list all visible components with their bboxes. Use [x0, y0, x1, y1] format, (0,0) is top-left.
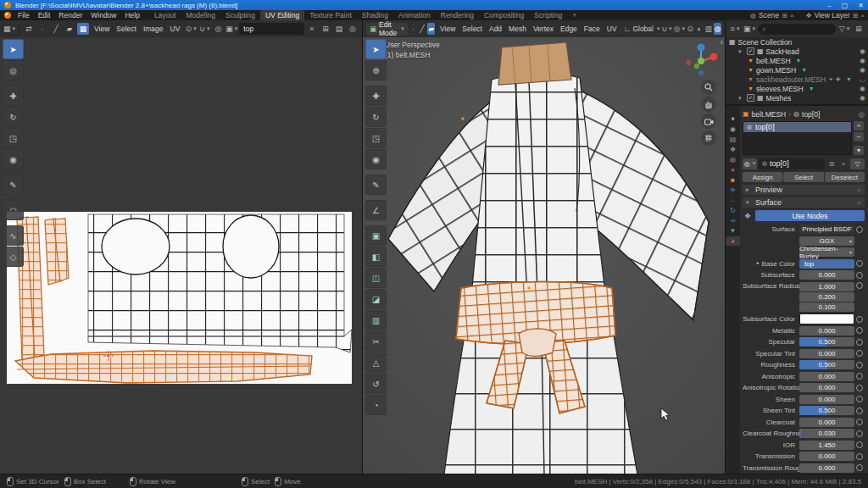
viewport-menu-add[interactable]: Add [486, 25, 505, 33]
outliner-item-sleeves-mesh[interactable]: ▼sleeves.MESH▼◉ [726, 84, 868, 93]
tool-pinch[interactable]: ◇ [3, 247, 24, 267]
workspace-tab-sculpting[interactable]: Sculpting [220, 10, 260, 20]
decorator-dot-icon[interactable] [856, 385, 863, 391]
material-filter-button[interactable]: ▽ [850, 158, 865, 169]
prop-color-swatch[interactable] [799, 313, 854, 324]
tool-transform[interactable]: ◉ [365, 149, 387, 169]
workspace-tab-compositing[interactable]: Compositing [479, 10, 529, 20]
prop-widget[interactable]: top [799, 259, 854, 269]
viewport-menu-select[interactable]: Select [459, 25, 486, 33]
add-workspace-tab[interactable]: + [567, 10, 581, 20]
decorator-dot-icon[interactable] [856, 327, 863, 334]
visibility-eye-icon[interactable]: ◉ [860, 94, 865, 102]
menu-window[interactable]: Window [86, 11, 120, 19]
viewport-menu-view[interactable]: View [437, 25, 459, 33]
prop-field[interactable]: 0.100 [799, 302, 854, 312]
tool-rotate[interactable]: ↻ [365, 107, 387, 127]
tool-annotate[interactable]: ✎ [365, 175, 387, 195]
decorator-dot-icon[interactable] [856, 339, 863, 346]
decorator-dot-icon[interactable] [856, 282, 863, 289]
orientation-dropdown[interactable]: Global [632, 25, 654, 33]
workspace-tab-texture-paint[interactable]: Texture Paint [304, 10, 357, 20]
select-button[interactable]: Select [783, 172, 823, 182]
workspace-tab-rendering[interactable]: Rendering [436, 10, 479, 20]
decorator-dot-icon[interactable] [856, 396, 863, 402]
decorator-dot-icon[interactable] [856, 430, 863, 437]
properties-tab-scene[interactable]: ◍ [726, 155, 740, 164]
breadcrumb-object[interactable]: belt.MESH [752, 110, 787, 119]
tool-select-circle[interactable]: ◎ [3, 60, 24, 80]
prop-slider[interactable]: 0.000 [799, 349, 854, 358]
uv-menu-image[interactable]: Image [140, 25, 167, 33]
tool-move[interactable]: ✚ [365, 86, 387, 106]
outliner-filter-object-dropdown[interactable]: ▣▾ [743, 23, 755, 35]
outliner-item-scene-collection[interactable]: ▦Scene Collection [726, 37, 868, 47]
prop-field[interactable]: 0.200 [799, 292, 854, 302]
uv-image-unlink-icon[interactable]: × [306, 23, 318, 35]
new-collection-icon[interactable]: ⊞ [853, 23, 865, 35]
sidebar-toggle-icon[interactable]: ‹ [721, 37, 723, 47]
tool-add-cube[interactable]: ▣ [365, 225, 387, 246]
prop-widget[interactable]: 0.000 [799, 372, 854, 381]
viewport-menu-face[interactable]: Face [581, 25, 604, 33]
workspace-tab-layout[interactable]: Layout [149, 10, 181, 20]
menu-file[interactable]: File [14, 11, 34, 19]
menu-edit[interactable]: Edit [34, 11, 55, 19]
tool-scale[interactable]: ◳ [365, 128, 387, 148]
maximize-button[interactable]: ▢ [842, 2, 849, 9]
prop-slider[interactable]: 0.000 [799, 418, 854, 427]
prop-widget[interactable]: Principled BSDF [799, 225, 854, 234]
decorator-dot-icon[interactable] [856, 453, 863, 460]
menu-render[interactable]: Render [54, 11, 86, 19]
view-layer-unlink-icon[interactable]: × [860, 12, 865, 19]
tool-extrude-region[interactable]: ◧ [365, 247, 387, 267]
pin-id-icon[interactable]: ◎ [859, 110, 865, 119]
uv-snap-icon[interactable]: ∪▾ [198, 23, 210, 35]
viewport-canvas[interactable]: User Perspective (1) belt.MESH ‹ [363, 37, 725, 474]
visibility-eye-icon[interactable]: ◉ [860, 47, 865, 55]
prop-slider[interactable]: 0.000 [799, 326, 854, 336]
uv-select-vertex-button[interactable]: · [36, 23, 48, 35]
minimize-button[interactable]: – [827, 2, 831, 9]
outliner-search-input[interactable]: ⌕ [758, 24, 836, 35]
prop-slider[interactable]: 0.000 [799, 270, 854, 280]
visibility-eye-icon[interactable]: ◉ [860, 66, 865, 74]
outliner-item-belt-mesh[interactable]: ▼belt.MESH▼◉ [726, 56, 868, 65]
tool-transform[interactable]: ◉ [3, 149, 24, 169]
prop-widget[interactable]: Christensen-Burley▾ [799, 247, 854, 257]
properties-tab-object[interactable]: ■ [726, 175, 740, 185]
uv-sync-select-icon[interactable]: ⇄ [23, 23, 35, 35]
decorator-dot-icon[interactable] [856, 350, 863, 357]
decorator-dot-icon[interactable] [856, 316, 863, 323]
uv-select-face-button[interactable]: ▰ [64, 23, 75, 35]
tool-rotate[interactable]: ↻ [3, 107, 24, 127]
uv-proportional-icon[interactable]: ◎ [212, 23, 224, 35]
prop-slider[interactable]: 0.000 [799, 383, 854, 392]
viewport-menu-vertex[interactable]: Vertex [530, 25, 557, 33]
workspace-tab-uv-editing[interactable]: UV Editing [260, 10, 304, 20]
properties-tab-physics[interactable]: ↻ [726, 206, 740, 215]
preview-section-header[interactable]: ▸Preview≡ [743, 185, 865, 195]
scene-unlink-icon[interactable]: × [790, 12, 794, 19]
xray-icon[interactable]: ▥ [704, 23, 712, 35]
unlink-material-button[interactable]: × [838, 158, 849, 169]
viewport-menu-mesh[interactable]: Mesh [505, 25, 530, 33]
blender-menu-icon[interactable] [4, 12, 11, 19]
prop-slider[interactable]: 0.500 [799, 406, 854, 415]
uv-select-island-button[interactable]: ▦ [77, 23, 89, 35]
prop-slider[interactable]: 1.450 [799, 441, 854, 450]
remove-material-slot-button[interactable]: − [854, 132, 864, 141]
uv-pivot-dropdown[interactable]: ⊙▾ [185, 23, 197, 35]
prop-texture-link[interactable]: top [799, 259, 854, 269]
outliner-filter-icon[interactable]: ▽▾ [838, 23, 850, 35]
properties-tab-modifiers[interactable]: ✛ [726, 186, 740, 195]
tool-bevel[interactable]: ◪ [365, 289, 387, 309]
decorator-dot-icon[interactable] [856, 373, 863, 380]
tool-measure[interactable]: ∠ [365, 200, 387, 220]
uv-image-browse-dropdown[interactable]: ▣▾ [225, 23, 237, 35]
visibility-eye-icon[interactable]: ◉ [860, 57, 865, 64]
prop-slider[interactable]: 0.500 [799, 360, 854, 369]
collection-checkbox[interactable]: ✓ [747, 94, 754, 102]
properties-tab-tool[interactable]: ✦ [726, 114, 740, 124]
proportional-edit-icon[interactable]: ◎▾ [674, 23, 685, 35]
